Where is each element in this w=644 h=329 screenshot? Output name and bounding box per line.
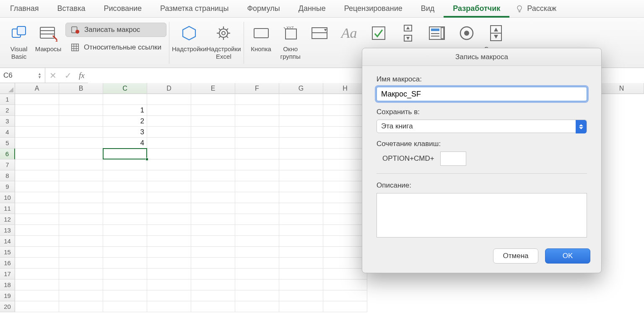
cell[interactable] — [59, 225, 103, 236]
cell[interactable] — [191, 149, 235, 159]
cell[interactable] — [59, 181, 103, 192]
cell[interactable] — [147, 149, 191, 159]
cell[interactable] — [147, 258, 191, 269]
record-macro-button[interactable]: Записать макрос — [65, 23, 166, 37]
cell[interactable] — [147, 192, 191, 203]
cell[interactable]: 4 — [103, 138, 147, 149]
cell[interactable] — [147, 138, 191, 149]
cell[interactable] — [15, 181, 59, 192]
cell[interactable] — [235, 138, 279, 149]
cell[interactable] — [191, 170, 235, 181]
cell[interactable] — [235, 290, 279, 301]
cell[interactable] — [235, 301, 279, 312]
cell[interactable] — [59, 192, 103, 203]
cell[interactable] — [323, 203, 367, 214]
cell[interactable] — [59, 214, 103, 225]
cell[interactable] — [15, 290, 59, 301]
col-header[interactable]: H — [323, 83, 367, 94]
cell[interactable] — [147, 214, 191, 225]
row-header[interactable]: 16 — [0, 258, 15, 269]
button-control[interactable]: Кнопка — [247, 20, 276, 53]
cell[interactable] — [323, 258, 367, 269]
label-control[interactable]: Aa — [335, 20, 364, 45]
cell[interactable] — [235, 269, 279, 279]
cell[interactable] — [15, 127, 59, 138]
row-header[interactable]: 15 — [0, 247, 15, 258]
cell[interactable] — [147, 127, 191, 138]
cell[interactable] — [279, 105, 323, 116]
cell[interactable] — [235, 127, 279, 138]
cell[interactable] — [103, 236, 147, 247]
cell[interactable] — [15, 247, 59, 258]
cell[interactable] — [103, 181, 147, 192]
cell[interactable] — [59, 138, 103, 149]
row-header[interactable]: 10 — [0, 192, 15, 203]
cell[interactable] — [279, 138, 323, 149]
cell[interactable] — [147, 116, 191, 127]
tab-page-layout[interactable]: Разметка страницы — [151, 0, 238, 18]
col-header[interactable]: G — [279, 83, 323, 94]
cell[interactable] — [235, 159, 279, 170]
cell[interactable] — [279, 290, 323, 301]
cell[interactable] — [279, 192, 323, 203]
cell[interactable] — [191, 290, 235, 301]
cell[interactable] — [147, 279, 191, 290]
cell[interactable] — [235, 258, 279, 269]
cell[interactable] — [323, 138, 367, 149]
cell[interactable] — [15, 138, 59, 149]
cell[interactable] — [323, 116, 367, 127]
cell[interactable] — [103, 225, 147, 236]
row-header[interactable]: 20 — [0, 301, 15, 312]
cell[interactable] — [235, 170, 279, 181]
row-header[interactable]: 17 — [0, 269, 15, 279]
cell[interactable] — [15, 159, 59, 170]
cell[interactable] — [279, 170, 323, 181]
row-header[interactable]: 11 — [0, 203, 15, 214]
row-header[interactable]: 9 — [0, 181, 15, 192]
cell[interactable] — [103, 192, 147, 203]
cell[interactable] — [191, 203, 235, 214]
cell[interactable] — [191, 181, 235, 192]
tab-formulas[interactable]: Формулы — [238, 0, 289, 18]
col-header[interactable]: B — [59, 83, 103, 94]
cell[interactable] — [59, 127, 103, 138]
cell[interactable] — [59, 290, 103, 301]
cell[interactable] — [191, 258, 235, 269]
row-header[interactable]: 8 — [0, 170, 15, 181]
cell[interactable] — [323, 290, 367, 301]
combobox-control[interactable] — [305, 20, 335, 45]
cell[interactable] — [59, 170, 103, 181]
cell[interactable] — [15, 301, 59, 312]
cell[interactable] — [235, 225, 279, 236]
cell[interactable] — [279, 181, 323, 192]
checkbox-control[interactable] — [364, 20, 393, 45]
cell[interactable] — [323, 301, 367, 312]
cell[interactable] — [15, 279, 59, 290]
cell[interactable] — [59, 159, 103, 170]
cell[interactable] — [191, 127, 235, 138]
relative-references-button[interactable]: Относительные ссылки — [65, 40, 166, 55]
cell[interactable] — [103, 290, 147, 301]
cell[interactable] — [191, 214, 235, 225]
cell[interactable] — [15, 214, 59, 225]
cell[interactable] — [103, 214, 147, 225]
cell[interactable] — [323, 149, 367, 159]
cell[interactable] — [59, 301, 103, 312]
cell[interactable] — [103, 94, 147, 105]
row-header[interactable]: 6 — [0, 149, 15, 159]
cell[interactable] — [59, 279, 103, 290]
cell[interactable] — [191, 269, 235, 279]
cell[interactable] — [15, 269, 59, 279]
cell[interactable] — [279, 236, 323, 247]
save-in-select[interactable]: Эта книга — [377, 120, 587, 133]
cell[interactable] — [235, 279, 279, 290]
row-header[interactable]: 19 — [0, 290, 15, 301]
cell[interactable] — [59, 94, 103, 105]
cell[interactable] — [323, 105, 367, 116]
cell[interactable] — [147, 269, 191, 279]
cell[interactable] — [147, 290, 191, 301]
cancel-formula-icon[interactable]: ✕ — [45, 70, 60, 81]
cell[interactable] — [15, 149, 59, 159]
cell[interactable] — [147, 159, 191, 170]
cell[interactable] — [59, 258, 103, 269]
